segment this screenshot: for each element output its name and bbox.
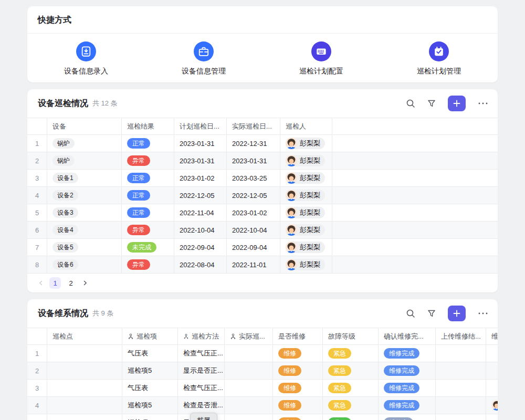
add-record-button[interactable] — [448, 96, 466, 111]
result-cell[interactable]: 正常 — [122, 204, 174, 221]
item-cell[interactable]: 气压表 — [122, 380, 178, 396]
column-header-5[interactable]: 巡检人 — [280, 118, 332, 134]
level-cell[interactable]: 紧急 — [323, 362, 379, 379]
actual-cell[interactable] — [225, 345, 273, 362]
column-header-7[interactable]: 确认维修完... — [379, 328, 436, 344]
column-header-1[interactable]: 设备 — [47, 118, 122, 134]
point-cell[interactable] — [47, 397, 122, 414]
inspector-cell[interactable]: 彭梨梨 — [280, 256, 332, 273]
search-icon[interactable] — [406, 99, 415, 108]
confirm-cell[interactable]: 维修完成 — [379, 362, 436, 379]
table-row[interactable]: 2巡检项5显示是否正...维修紧急维修完成 — [27, 362, 498, 380]
repair-cell[interactable]: 维修 — [273, 397, 323, 414]
planned-date-cell[interactable]: 2023-01-02 — [174, 170, 227, 186]
table-row[interactable]: 8设备6异常2022-08-042022-11-01 彭梨梨 — [27, 256, 498, 274]
upload-cell[interactable] — [436, 345, 486, 362]
table-row[interactable]: 1气压表检查气压正...维修紧急维修完成 — [27, 345, 498, 362]
page-button-1[interactable]: 1 — [49, 277, 61, 289]
shortcut-item-2[interactable]: 设备信息管理 — [145, 41, 262, 76]
item-cell[interactable]: 气压表 — [122, 345, 178, 362]
more-icon[interactable] — [478, 102, 488, 105]
column-header-9[interactable]: 维 — [486, 328, 498, 344]
prev-page-button[interactable] — [37, 279, 45, 287]
column-header-2[interactable]: 巡检项 — [122, 328, 178, 344]
inspector-cell[interactable]: 彭梨梨 — [280, 204, 332, 221]
point-cell[interactable] — [47, 414, 122, 420]
table-row[interactable]: 3设备1正常2023-01-022023-03-25 彭梨梨 — [27, 170, 498, 187]
actual-date-cell[interactable]: 2023-01-31 — [227, 152, 280, 169]
device-cell[interactable]: 锅炉 — [47, 135, 122, 152]
level-cell[interactable]: 重要 — [323, 414, 379, 420]
point-cell[interactable] — [47, 380, 122, 396]
column-header-6[interactable]: 故障等级 — [323, 328, 379, 344]
repairer-cell[interactable] — [486, 380, 498, 396]
repairer-cell[interactable] — [486, 397, 498, 414]
table-row[interactable]: 4巡检项5检查是否泄...维修紧急维修完成 — [27, 397, 498, 414]
column-header-4[interactable]: 实际巡检日... — [227, 118, 280, 134]
point-cell[interactable] — [47, 345, 122, 362]
table-row[interactable]: 3气压表检查气压正...维修紧急维修完成 — [27, 380, 498, 397]
item-cell[interactable]: 巡检项5 — [122, 362, 178, 379]
column-header-1[interactable]: 巡检点 — [47, 328, 122, 344]
add-record-button[interactable] — [448, 306, 466, 321]
method-cell[interactable]: 检查是否泄... — [178, 397, 225, 414]
device-cell[interactable]: 设备5 — [47, 239, 122, 256]
upload-cell[interactable] — [436, 397, 486, 414]
repair-cell[interactable]: 维修 — [273, 380, 323, 396]
device-cell[interactable]: 设备1 — [47, 170, 122, 186]
shortcut-item-1[interactable]: 设备信息录入 — [27, 41, 145, 76]
column-header-3[interactable]: 巡检方法 — [178, 328, 225, 344]
repair-cell[interactable]: 维修 — [273, 414, 323, 420]
confirm-cell[interactable]: 维修中 — [379, 414, 436, 420]
method-cell[interactable]: 检查气压正... — [178, 345, 225, 362]
repairer-cell[interactable] — [486, 345, 498, 362]
actual-date-cell[interactable]: 2022-12-05 — [227, 187, 280, 204]
page-button-2[interactable]: 2 — [65, 277, 77, 289]
planned-date-cell[interactable]: 2022-08-04 — [174, 256, 227, 273]
result-cell[interactable]: 正常 — [122, 170, 174, 186]
inspector-cell[interactable]: 彭梨梨 — [280, 222, 332, 238]
planned-date-cell[interactable]: 2023-01-31 — [174, 152, 227, 169]
actual-cell[interactable] — [225, 414, 273, 420]
planned-date-cell[interactable]: 2023-01-31 — [174, 135, 227, 152]
table-row[interactable]: 6设备4异常2022-10-042022-10-04 彭梨梨 — [27, 222, 498, 239]
method-cell[interactable]: 检查气压正... — [178, 380, 225, 396]
result-cell[interactable]: 正常 — [122, 135, 174, 152]
next-page-button[interactable] — [81, 279, 89, 287]
planned-date-cell[interactable]: 2022-09-04 — [174, 239, 227, 256]
inspector-cell[interactable]: 彭梨梨 — [280, 170, 332, 186]
column-header-5[interactable]: 是否维修 — [273, 328, 323, 344]
result-cell[interactable]: 未完成 — [122, 239, 174, 256]
inspector-cell[interactable]: 彭梨梨 — [280, 187, 332, 204]
result-cell[interactable]: 异常 — [122, 152, 174, 169]
filter-icon[interactable] — [427, 99, 436, 108]
device-cell[interactable]: 设备4 — [47, 222, 122, 238]
table-row[interactable]: 7设备5未完成2022-09-042022-09-04 彭梨梨 — [27, 239, 498, 256]
filter-icon[interactable] — [427, 309, 436, 318]
repair-cell[interactable]: 维修 — [273, 362, 323, 379]
confirm-cell[interactable]: 维修完成 — [379, 380, 436, 396]
device-cell[interactable]: 设备3 — [47, 204, 122, 221]
result-cell[interactable]: 异常 — [122, 256, 174, 273]
actual-date-cell[interactable]: 2022-09-04 — [227, 239, 280, 256]
device-cell[interactable]: 设备2 — [47, 187, 122, 204]
inspector-cell[interactable]: 彭梨梨 — [280, 239, 332, 256]
device-cell[interactable]: 锅炉 — [47, 152, 122, 169]
column-header-2[interactable]: 巡检结果 — [122, 118, 174, 134]
level-cell[interactable]: 紧急 — [323, 397, 379, 414]
table-row[interactable]: 5巡检项5显...维修重要维修中 — [27, 414, 498, 420]
item-cell[interactable]: 巡检项5 — [122, 414, 178, 420]
item-cell[interactable]: 巡检项5 — [122, 397, 178, 414]
actual-date-cell[interactable]: 2022-12-31 — [227, 135, 280, 152]
repair-cell[interactable]: 维修 — [273, 345, 323, 362]
upload-cell[interactable] — [436, 362, 486, 379]
upload-cell[interactable] — [436, 380, 486, 396]
column-header-4[interactable]: 实际巡... — [225, 328, 273, 344]
level-cell[interactable]: 紧急 — [323, 380, 379, 396]
table-row[interactable]: 2锅炉异常2023-01-312023-01-31 彭梨梨 — [27, 152, 498, 170]
shortcut-item-3[interactable]: 巡检计划配置 — [262, 41, 380, 76]
upload-cell[interactable] — [436, 414, 486, 420]
actual-cell[interactable] — [225, 362, 273, 379]
level-cell[interactable]: 紧急 — [323, 345, 379, 362]
shortcut-item-4[interactable]: 巡检计划管理 — [380, 41, 498, 76]
